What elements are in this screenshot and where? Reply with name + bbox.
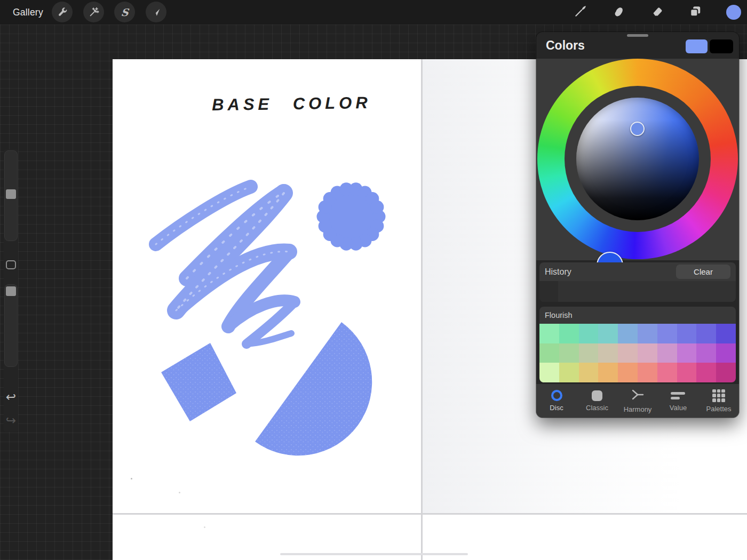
- clear-history-button[interactable]: Clear: [676, 265, 730, 279]
- palette-swatch[interactable]: [618, 363, 638, 382]
- brush-tool-button[interactable]: [573, 4, 589, 20]
- tab-label: Disc: [550, 404, 563, 412]
- value-icon: [671, 390, 686, 401]
- tab-label: Classic: [586, 404, 608, 412]
- smudge-finger-icon: [612, 4, 626, 20]
- palette-section: Flourish: [539, 307, 736, 382]
- palette-swatch[interactable]: [598, 324, 618, 343]
- magic-wand-icon: [88, 6, 100, 18]
- palette-swatch[interactable]: [716, 324, 736, 343]
- top-toolbar: Gallery S: [0, 0, 747, 25]
- vertical-guide-line: [421, 59, 423, 560]
- brush-sidebar: ↩ ↪: [4, 149, 18, 432]
- tab-classic[interactable]: Classic: [577, 384, 617, 418]
- palette-swatch[interactable]: [696, 324, 716, 343]
- gallery-button[interactable]: Gallery: [13, 0, 43, 25]
- wrench-icon: [57, 6, 68, 18]
- eraser-tool-button[interactable]: [649, 4, 665, 20]
- adjustments-button[interactable]: [83, 2, 104, 22]
- palette-swatch[interactable]: [716, 363, 736, 382]
- palette-swatch[interactable]: [559, 363, 579, 382]
- palette-swatch[interactable]: [579, 363, 599, 382]
- modify-button[interactable]: [6, 260, 16, 269]
- primary-color-chip[interactable]: [686, 39, 708, 53]
- actions-button[interactable]: [52, 2, 73, 22]
- palette-swatch[interactable]: [539, 363, 559, 382]
- panel-drag-handle[interactable]: [627, 34, 648, 37]
- palette-swatch[interactable]: [638, 343, 657, 363]
- palette-swatch[interactable]: [579, 343, 599, 363]
- tab-disc[interactable]: Disc: [536, 384, 577, 418]
- undo-button[interactable]: ↩: [4, 390, 18, 403]
- palette-swatch[interactable]: [559, 343, 579, 363]
- secondary-color-chip[interactable]: [710, 39, 733, 53]
- color-wheel-section: [536, 59, 739, 260]
- tab-palettes[interactable]: Palettes: [698, 384, 739, 418]
- palette-swatch[interactable]: [559, 324, 579, 343]
- palette-grid: [539, 324, 736, 382]
- canvas-speck: [179, 492, 180, 493]
- color-mode-tabbar: Disc Classic Harmony Value Palettes: [536, 384, 739, 418]
- redo-button[interactable]: ↪: [4, 414, 18, 427]
- palette-swatch[interactable]: [539, 343, 559, 363]
- palette-swatch[interactable]: [598, 363, 618, 382]
- colors-panel: Colors History Clear Flourish Disc Class…: [536, 32, 739, 418]
- smudge-tool-button[interactable]: [611, 4, 627, 20]
- selection-s-icon: S: [120, 6, 129, 18]
- canvas-speck: [204, 526, 205, 528]
- canvas-speck: [131, 478, 132, 479]
- palette-name-label: Flourish: [545, 311, 573, 319]
- tab-harmony[interactable]: Harmony: [617, 384, 658, 418]
- palette-swatch[interactable]: [677, 363, 697, 382]
- canvas-heading-text: BASE COLOR: [212, 93, 371, 115]
- tab-label: Value: [670, 404, 687, 412]
- palette-swatch[interactable]: [657, 363, 677, 382]
- palette-swatch[interactable]: [677, 343, 697, 363]
- short-guide-line: [280, 553, 468, 555]
- palette-swatch[interactable]: [598, 343, 618, 363]
- brush-icon: [574, 4, 587, 20]
- tab-label: Palettes: [706, 405, 732, 413]
- classic-icon: [592, 390, 602, 401]
- brush-scribble: [156, 187, 295, 344]
- palette-swatch[interactable]: [618, 343, 638, 363]
- horizontal-guide-line: [113, 513, 747, 515]
- saturation-brightness-disc[interactable]: [576, 98, 699, 220]
- brush-size-slider[interactable]: [4, 150, 18, 241]
- palette-swatch[interactable]: [539, 324, 559, 343]
- palette-swatch[interactable]: [716, 343, 736, 363]
- palette-swatch[interactable]: [579, 324, 599, 343]
- brush-size-handle[interactable]: [6, 189, 16, 199]
- history-swatch-strip: [539, 281, 736, 302]
- palette-swatch[interactable]: [677, 324, 697, 343]
- scallop-shape: [317, 182, 386, 250]
- transform-button[interactable]: [146, 2, 166, 22]
- palette-swatch[interactable]: [638, 363, 657, 382]
- layers-button[interactable]: [687, 4, 703, 20]
- colors-panel-title: Colors: [546, 38, 585, 53]
- disc-selector-knob[interactable]: [630, 122, 645, 136]
- palette-swatch[interactable]: [657, 343, 677, 363]
- palette-swatch[interactable]: [696, 363, 716, 382]
- eraser-icon: [650, 4, 664, 20]
- harmony-icon: [631, 389, 645, 403]
- palette-swatch[interactable]: [638, 324, 657, 343]
- brush-opacity-handle[interactable]: [6, 286, 16, 296]
- disc-icon: [551, 390, 562, 401]
- tab-label: Harmony: [624, 405, 652, 413]
- history-section: History Clear: [539, 262, 736, 302]
- brush-opacity-slider[interactable]: [4, 284, 18, 367]
- transform-arrow-icon: [151, 7, 162, 18]
- palette-swatch[interactable]: [618, 324, 638, 343]
- tab-value[interactable]: Value: [658, 384, 698, 418]
- palette-swatch[interactable]: [696, 343, 716, 363]
- palette-swatch[interactable]: [657, 324, 677, 343]
- active-color-button[interactable]: [726, 5, 741, 20]
- square-shape: [161, 343, 236, 421]
- history-label: History: [545, 267, 676, 277]
- layers-icon: [688, 4, 702, 20]
- selections-button[interactable]: S: [114, 2, 135, 22]
- palettes-icon: [712, 389, 725, 402]
